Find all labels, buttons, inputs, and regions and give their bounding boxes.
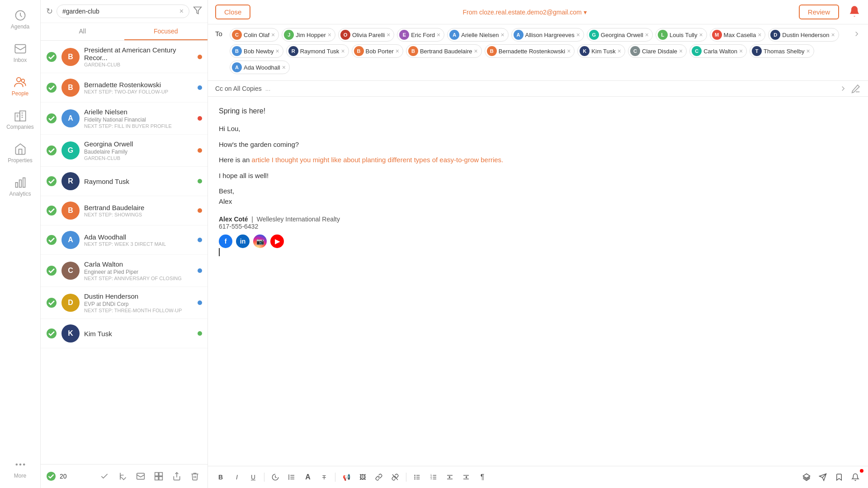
font-button[interactable]: A <box>301 470 315 484</box>
chip-remove-button[interactable]: × <box>567 48 571 54</box>
recipient-chip[interactable]: A Arielle Nielsen × <box>447 28 508 42</box>
underline-button[interactable]: U <box>246 470 260 484</box>
strikethrough-button[interactable]: T <box>317 470 331 484</box>
chip-remove-button[interactable]: × <box>679 48 683 54</box>
recipient-chip[interactable]: B Bob Newby × <box>230 44 283 58</box>
send-button[interactable] <box>816 470 830 484</box>
facebook-icon[interactable]: f <box>219 235 232 248</box>
recipient-chip[interactable]: B Bertrand Baudelaire × <box>406 44 482 58</box>
chip-remove-button[interactable]: × <box>739 48 743 54</box>
chip-remove-button[interactable]: × <box>645 32 649 38</box>
alert-button[interactable] <box>848 470 863 484</box>
sidebar-item-analytics[interactable]: Analytics <box>0 172 40 202</box>
chip-remove-button[interactable]: × <box>576 32 580 38</box>
recipient-chip[interactable]: M Max Casella × <box>710 28 766 42</box>
recipient-chip[interactable]: R Raymond Tusk × <box>286 44 349 58</box>
outdent-button[interactable] <box>443 470 457 484</box>
recipient-chip[interactable]: J Jim Hopper × <box>282 28 335 42</box>
delete-button[interactable] <box>188 469 202 483</box>
dropdown-icon[interactable]: ▾ <box>584 9 587 16</box>
recipient-chip[interactable]: B Bernadette Rostenkowski × <box>485 44 575 58</box>
chip-remove-button[interactable]: × <box>282 64 286 70</box>
list-item[interactable]: B Bertrand Baudelaire NEXT STEP: SHOWING… <box>41 196 208 225</box>
list-item[interactable]: B Bernadette Rostenkowski NEXT STEP: TWO… <box>41 73 208 103</box>
list-item[interactable]: K Kim Tusk <box>41 319 208 348</box>
sidebar-item-agenda[interactable]: Agenda <box>0 5 40 34</box>
recipient-chip[interactable]: D Dustin Henderson × <box>768 28 839 42</box>
share-button[interactable] <box>170 469 184 483</box>
list-item[interactable]: A Ada Woodhall NEXT STEP: WEEK 3 DIRECT … <box>41 225 208 255</box>
notification-bell-icon[interactable] <box>848 5 861 18</box>
recipients-collapse[interactable] <box>853 28 861 38</box>
sidebar-item-companies[interactable]: Companies <box>0 105 40 135</box>
check-all-button[interactable] <box>97 469 112 483</box>
youtube-icon[interactable]: ▶ <box>270 235 284 248</box>
sidebar-item-people[interactable]: People <box>0 71 40 101</box>
indent-button[interactable] <box>459 470 473 484</box>
list-item[interactable]: D Dustin Henderson EVP at DNDi Corp NEXT… <box>41 287 208 319</box>
chip-remove-button[interactable]: × <box>806 48 810 54</box>
chip-remove-button[interactable]: × <box>275 48 279 54</box>
fork-button[interactable] <box>115 469 130 483</box>
email-button[interactable] <box>133 469 148 483</box>
article-link[interactable]: article I thought you might like about p… <box>252 156 504 164</box>
recipient-chip[interactable]: O Olivia Parelli × <box>338 28 394 42</box>
review-button[interactable]: Review <box>799 5 839 19</box>
list-item[interactable]: G Georgina Orwell Baudelaire Family GARD… <box>41 135 208 167</box>
chip-remove-button[interactable]: × <box>831 32 835 38</box>
close-button[interactable]: Close <box>215 5 250 19</box>
chip-remove-button[interactable]: × <box>437 32 440 38</box>
filter-button[interactable] <box>193 6 202 17</box>
recipient-chip[interactable]: T Thomas Shelby × <box>750 44 814 58</box>
recipient-chip[interactable]: G Georgina Orwell × <box>587 28 653 42</box>
sidebar-item-more[interactable]: More <box>0 454 40 483</box>
clear-search-button[interactable]: × <box>179 7 184 15</box>
italic-button[interactable]: I <box>230 470 244 484</box>
chip-remove-button[interactable]: × <box>387 32 390 38</box>
recipient-chip[interactable]: A Allison Hargreeves × <box>511 28 584 42</box>
chip-remove-button[interactable]: × <box>474 48 478 54</box>
bold-button[interactable]: B <box>213 470 228 484</box>
chip-remove-button[interactable]: × <box>271 32 275 38</box>
recipient-chip[interactable]: C Clare Disdale × <box>628 44 687 58</box>
chip-remove-button[interactable]: × <box>328 32 331 38</box>
recipient-chip[interactable]: A Ada Woodhall × <box>230 61 290 74</box>
unordered-list-button[interactable] <box>410 470 425 484</box>
unlink-button[interactable] <box>388 470 402 484</box>
chip-remove-button[interactable]: × <box>396 48 399 54</box>
megaphone-button[interactable]: 📢 <box>339 470 354 484</box>
ordered-list-button[interactable]: 1.2.3. <box>426 470 441 484</box>
link-button[interactable] <box>372 470 386 484</box>
list-item[interactable]: R Raymond Tusk <box>41 167 208 196</box>
sidebar-item-properties[interactable]: Properties <box>0 138 40 168</box>
refresh-button[interactable]: ↻ <box>46 6 53 16</box>
instagram-icon[interactable]: 📷 <box>253 235 267 248</box>
email-body[interactable]: Spring is here! Hi Lou, How's the garden… <box>208 97 868 466</box>
recipient-chip[interactable]: L Louis Tully × <box>656 28 707 42</box>
chip-remove-button[interactable]: × <box>618 48 621 54</box>
recipient-chip[interactable]: E Eric Ford × <box>397 28 444 42</box>
recipient-chip[interactable]: C Colin Olaf × <box>230 28 279 42</box>
list-item[interactable]: C Carla Walton Engineer at Pied Piper NE… <box>41 255 208 287</box>
recipient-chip[interactable]: B Bob Porter × <box>352 44 403 58</box>
tab-all[interactable]: All <box>41 23 124 40</box>
list-item[interactable]: B President at American Century Recor...… <box>41 41 208 73</box>
image-button[interactable]: 🖼 <box>355 470 370 484</box>
chip-remove-button[interactable]: × <box>699 32 703 38</box>
color-button[interactable] <box>268 470 283 484</box>
sidebar-item-inbox[interactable]: Inbox <box>0 38 40 68</box>
recipient-chip[interactable]: K Kim Tusk × <box>577 44 625 58</box>
recipient-chip[interactable]: C Carla Walton × <box>689 44 747 58</box>
chip-remove-button[interactable]: × <box>341 48 344 54</box>
grid-button[interactable] <box>151 469 166 483</box>
pencil-icon[interactable] <box>851 84 861 94</box>
list-item[interactable]: A Arielle Nielsen Fidelity National Fina… <box>41 103 208 135</box>
linkedin-icon[interactable]: in <box>236 235 250 248</box>
bookmark-button[interactable] <box>832 470 846 484</box>
chip-remove-button[interactable]: × <box>500 32 504 38</box>
cc-collapse-icon[interactable] <box>839 84 847 93</box>
lineheight-button[interactable] <box>284 470 299 484</box>
layers-button[interactable] <box>799 470 814 484</box>
search-input[interactable] <box>62 8 179 15</box>
chip-remove-button[interactable]: × <box>758 32 761 38</box>
